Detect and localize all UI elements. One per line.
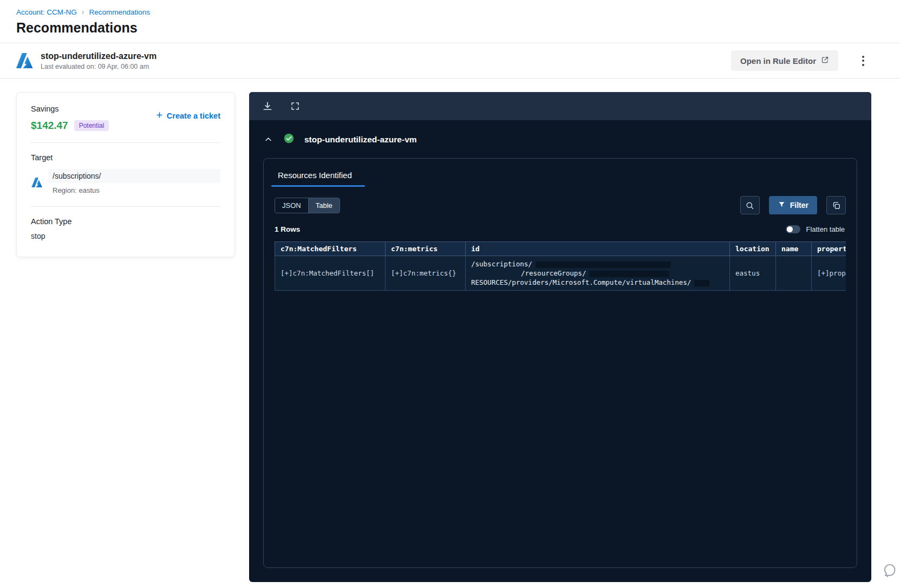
page-title: Recommendations (16, 20, 900, 36)
cell-matched-filters-expander[interactable]: [+]c7n:MatchedFilters[] (275, 256, 386, 291)
resources-table-container: c7n:MatchedFilters c7n:metrics id locati… (275, 241, 846, 291)
tabs-row: Resources Identified (275, 168, 846, 187)
view-json-button[interactable]: JSON (275, 198, 309, 213)
success-check-icon (283, 133, 295, 146)
rule-last-evaluated: Last evaluated on: 09 Apr, 06:00 am (41, 63, 156, 70)
panel-toolbar (249, 92, 871, 120)
column-header-location: location (730, 242, 776, 256)
column-header-metrics: c7n:metrics (386, 242, 466, 256)
potential-badge: Potential (74, 120, 109, 131)
create-ticket-button[interactable]: Create a ticket (155, 111, 220, 121)
redacted-resource-group (589, 271, 669, 277)
breadcrumb-recommendations-link[interactable]: Recommendations (89, 8, 150, 16)
chat-bubble-icon[interactable] (883, 564, 897, 579)
more-options-kebab-icon[interactable] (856, 53, 870, 69)
target-region: Region: eastus (48, 183, 220, 195)
flatten-table-label: Flatten table (806, 225, 845, 233)
open-in-rule-editor-button[interactable]: Open in Rule Editor (731, 50, 838, 71)
table-row: [+]c7n:MatchedFilters[] [+]c7n:metrics{}… (275, 256, 846, 291)
redacted-vm-name (694, 280, 709, 286)
column-header-id: id (466, 242, 730, 256)
azure-logo-icon (31, 177, 43, 188)
search-icon[interactable] (740, 196, 760, 214)
column-header-properties: properties (812, 242, 846, 256)
cell-name (776, 256, 812, 291)
column-header-name: name (776, 242, 812, 256)
savings-amount: $142.47 (31, 120, 68, 132)
download-icon[interactable] (261, 100, 274, 113)
target-path: /subscriptions/ (48, 169, 220, 183)
filter-icon (778, 200, 786, 210)
rule-name: stop-underutilized-azure-vm (41, 51, 156, 61)
filter-button-label: Filter (790, 201, 808, 210)
resources-identified-panel: Resources Identified JSON Table (263, 158, 857, 568)
tab-resources-identified[interactable]: Resources Identified (275, 168, 361, 187)
savings-label: Savings (31, 104, 109, 113)
resources-table: c7n:MatchedFilters c7n:metrics id locati… (275, 241, 846, 291)
chevron-up-icon[interactable] (263, 134, 273, 145)
main-content: Savings $142.47 Potential Create a ticke… (0, 79, 900, 582)
savings-card: Savings $142.47 Potential Create a ticke… (16, 92, 235, 257)
copy-icon[interactable] (826, 196, 846, 214)
plus-icon (155, 111, 164, 121)
rule-header: stop-underutilized-azure-vm Last evaluat… (0, 43, 900, 78)
cell-metrics-expander[interactable]: [+]c7n:metrics{} (386, 256, 466, 291)
breadcrumb-separator-icon: › (82, 8, 84, 16)
view-table-button[interactable]: Table (309, 198, 340, 213)
resources-panel: stop-underutilized-azure-vm Resources Id… (249, 92, 871, 582)
view-mode-segmented-control: JSON Table (275, 198, 340, 213)
action-type-value: stop (31, 232, 220, 240)
target-label: Target (31, 153, 220, 162)
rows-count: 1 Rows (275, 225, 300, 233)
filter-button[interactable]: Filter (769, 196, 817, 214)
cell-location: eastus (730, 256, 776, 291)
rule-section-header: stop-underutilized-azure-vm (249, 120, 871, 156)
target-row: /subscriptions/ Region: eastus (31, 169, 220, 195)
table-meta-row: 1 Rows Flatten table (275, 225, 846, 233)
redacted-subscription-id (536, 262, 671, 268)
breadcrumb-account-link[interactable]: Account: CCM-NG (16, 8, 77, 16)
create-ticket-label: Create a ticket (167, 112, 220, 120)
fullscreen-icon[interactable] (289, 100, 301, 112)
external-link-icon (821, 56, 829, 66)
cell-properties-expander[interactable]: [+]properties{} (812, 256, 846, 291)
panel-rule-title: stop-underutilized-azure-vm (304, 135, 417, 145)
breadcrumb: Account: CCM-NG › Recommendations (0, 0, 900, 16)
action-type-label: Action Type (31, 217, 220, 226)
table-header-row: c7n:MatchedFilters c7n:metrics id locati… (275, 242, 846, 256)
azure-logo-icon (15, 51, 34, 70)
open-in-rule-editor-label: Open in Rule Editor (740, 56, 816, 66)
flatten-table-toggle[interactable] (786, 225, 800, 233)
card-divider (31, 142, 220, 143)
table-controls: JSON Table Fi (275, 196, 846, 214)
card-divider (31, 206, 220, 207)
cell-resource-id: /subscriptions/ /resourceGroups/ RESOURC… (466, 256, 730, 291)
rule-title-block: stop-underutilized-azure-vm Last evaluat… (41, 51, 156, 70)
column-header-matched-filters: c7n:MatchedFilters (275, 242, 386, 256)
